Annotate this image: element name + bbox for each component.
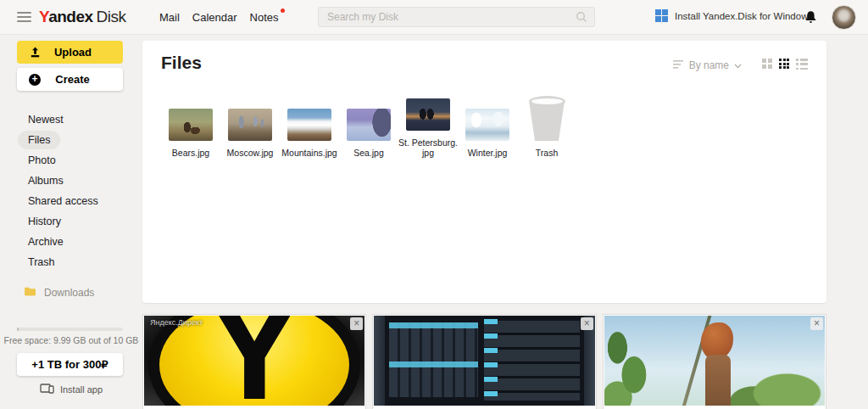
trash-icon <box>528 96 566 141</box>
sidebar-item-newest[interactable]: Newest <box>0 109 142 130</box>
file-name: St. Petersburg. jpg <box>395 137 461 158</box>
file-thumbnail <box>347 109 391 141</box>
upgrade-storage-button[interactable]: +1 TB for 300₽ <box>17 353 123 376</box>
notifications-bell-icon[interactable] <box>804 10 817 28</box>
files-panel: Files By name Bears.jpg Moscow.jpg Mount… <box>142 41 826 303</box>
sort-label: By name <box>689 59 729 71</box>
file-name: Sea.jpg <box>336 148 402 158</box>
upload-icon <box>29 46 42 59</box>
sidebar-item-history[interactable]: History <box>0 211 142 232</box>
create-label: Create <box>41 73 104 86</box>
view-list-button[interactable] <box>796 59 808 70</box>
file-name: Mountains.jpg <box>276 148 342 158</box>
free-space-text: Free space: 9.99 GB out of 10 GB <box>0 335 142 345</box>
close-icon[interactable]: × <box>350 317 363 330</box>
downloads-label: Downloads <box>44 287 94 299</box>
file-tile-moscow[interactable]: Moscow.jpg <box>220 93 280 158</box>
ad-image <box>604 316 825 406</box>
sidebar: Upload + Create Newest Files Photo Album… <box>0 35 142 409</box>
sort-dropdown[interactable]: By name <box>673 59 742 71</box>
sidebar-item-downloads[interactable]: Downloads <box>24 286 94 299</box>
chevron-down-icon <box>734 59 742 71</box>
create-button[interactable]: + Create <box>17 68 123 91</box>
install-windows-link[interactable]: Install Yandex.Disk for Windows <box>655 9 813 22</box>
sidebar-item-shared-access[interactable]: Shared access <box>0 191 142 211</box>
file-name: Trash <box>514 148 580 158</box>
storage-progress-bar <box>17 328 123 331</box>
ad-network-label: Яндекс.Директ <box>150 318 203 327</box>
file-thumbnail <box>228 109 272 141</box>
ad-banner-row: Яндекс.Директ × Y × × <box>142 314 826 409</box>
view-grid-small-button[interactable] <box>779 59 790 70</box>
file-name: Moscow.jpg <box>217 148 283 158</box>
file-thumbnail <box>287 109 331 141</box>
file-tile-winter[interactable]: Winter.jpg <box>458 93 517 158</box>
top-header: YandexDisk Mail Calendar Notes Install Y… <box>0 0 868 35</box>
search-icon[interactable] <box>576 11 587 23</box>
search-box <box>318 7 595 27</box>
user-avatar[interactable] <box>832 5 856 30</box>
trash-tile[interactable]: Trash <box>517 93 576 158</box>
hamburger-menu-icon[interactable] <box>17 12 31 22</box>
install-app-link[interactable]: Install app <box>0 384 142 395</box>
logo-letter-y: Y <box>39 8 48 25</box>
nav-calendar[interactable]: Calendar <box>192 11 237 24</box>
file-tile-mountains[interactable]: Mountains.jpg <box>280 93 339 158</box>
ad-image: Y <box>144 316 364 406</box>
view-grid-large-button[interactable] <box>762 59 773 70</box>
files-grid: Bears.jpg Moscow.jpg Mountains.jpg Sea.j… <box>161 83 576 158</box>
ad-banner-game[interactable]: × <box>603 314 826 409</box>
logo-product: Disk <box>97 8 126 25</box>
file-thumbnail <box>465 109 509 141</box>
folder-icon <box>24 286 36 299</box>
logo-brand: andex <box>48 8 92 25</box>
upgrade-label: +1 TB for 300₽ <box>31 358 108 371</box>
upload-label: Upload <box>42 46 104 59</box>
windows-logo-icon <box>655 9 668 22</box>
install-app-label: Install app <box>60 384 103 395</box>
close-icon[interactable]: × <box>810 317 823 330</box>
nav-notes[interactable]: Notes <box>250 11 279 24</box>
install-app-icon <box>40 384 54 395</box>
sidebar-item-archive[interactable]: Archive <box>0 232 142 252</box>
upload-button[interactable]: Upload <box>17 41 123 64</box>
file-tile-sea[interactable]: Sea.jpg <box>339 93 398 158</box>
search-input[interactable] <box>319 11 576 23</box>
file-thumbnail <box>169 109 213 141</box>
file-tile-st-petersburg[interactable]: St. Petersburg. jpg <box>398 83 458 158</box>
notes-badge <box>281 8 285 13</box>
sidebar-nav: Newest Files Photo Albums Shared access … <box>0 109 142 272</box>
yandex-disk-logo[interactable]: YandexDisk <box>39 8 126 26</box>
file-tile-bears[interactable]: Bears.jpg <box>161 93 220 158</box>
sidebar-item-albums[interactable]: Albums <box>0 171 142 191</box>
page-title: Files <box>161 53 202 73</box>
ad-banner-yandex[interactable]: Яндекс.Директ × Y <box>142 314 366 409</box>
file-name: Winter.jpg <box>454 148 520 158</box>
close-icon[interactable]: × <box>581 317 593 330</box>
nav-mail[interactable]: Mail <box>159 11 180 24</box>
file-thumbnail <box>406 98 450 131</box>
sidebar-item-photo[interactable]: Photo <box>0 150 142 171</box>
ad-banner-servers[interactable]: × <box>372 314 596 409</box>
plus-icon: + <box>29 74 41 86</box>
sort-icon <box>673 59 684 71</box>
header-nav: Mail Calendar Notes <box>159 11 279 24</box>
file-name: Bears.jpg <box>158 148 224 158</box>
ad-image <box>374 316 594 406</box>
sidebar-item-files[interactable]: Files <box>0 130 142 150</box>
view-toggle-group <box>762 59 808 70</box>
sidebar-item-trash[interactable]: Trash <box>0 252 142 272</box>
install-windows-label: Install Yandex.Disk for Windows <box>675 11 813 21</box>
